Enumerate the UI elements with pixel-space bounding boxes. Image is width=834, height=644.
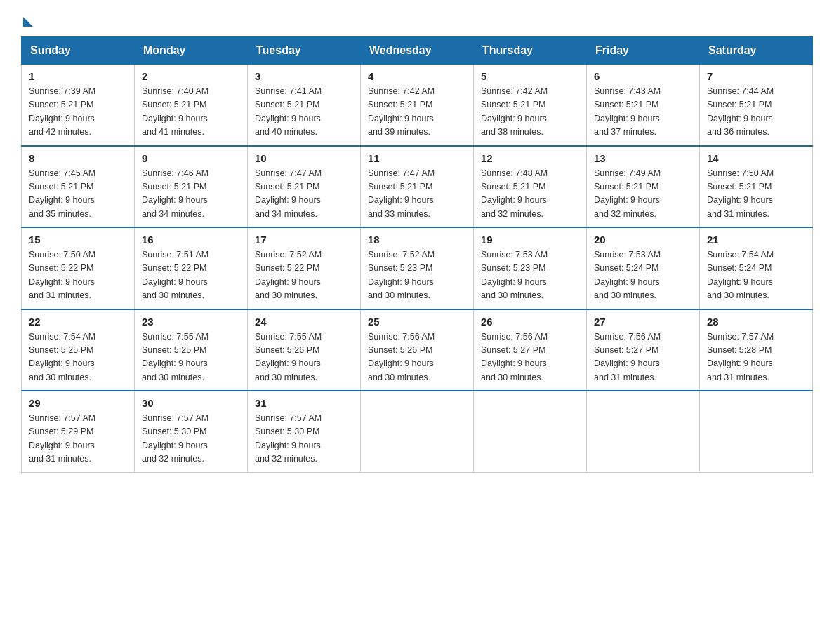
day-info: Sunrise: 7:55 AM Sunset: 5:26 PM Dayligh… [255,330,353,385]
calendar-cell: 6 Sunrise: 7:43 AM Sunset: 5:21 PM Dayli… [587,65,700,146]
header-row: SundayMondayTuesdayWednesdayThursdayFrid… [22,37,813,65]
day-info: Sunrise: 7:42 AM Sunset: 5:21 PM Dayligh… [481,85,579,140]
calendar-cell: 15 Sunrise: 7:50 AM Sunset: 5:22 PM Dayl… [22,227,135,309]
day-info: Sunrise: 7:55 AM Sunset: 5:25 PM Dayligh… [142,330,240,385]
day-info: Sunrise: 7:56 AM Sunset: 5:26 PM Dayligh… [368,330,466,385]
day-number: 3 [255,70,353,82]
day-number: 26 [481,316,579,328]
day-number: 2 [142,70,240,82]
week-row-1: 1 Sunrise: 7:39 AM Sunset: 5:21 PM Dayli… [22,65,813,146]
day-number: 16 [142,234,240,246]
day-number: 25 [368,316,466,328]
header-cell-saturday: Saturday [700,37,813,65]
header-cell-wednesday: Wednesday [361,37,474,65]
day-number: 6 [594,70,692,82]
day-number: 31 [255,397,353,409]
day-number: 24 [255,316,353,328]
calendar-cell: 23 Sunrise: 7:55 AM Sunset: 5:25 PM Dayl… [135,309,248,391]
calendar-cell: 13 Sunrise: 7:49 AM Sunset: 5:21 PM Dayl… [587,146,700,228]
day-info: Sunrise: 7:56 AM Sunset: 5:27 PM Dayligh… [481,330,579,385]
day-info: Sunrise: 7:45 AM Sunset: 5:21 PM Dayligh… [29,167,127,222]
calendar-cell: 11 Sunrise: 7:47 AM Sunset: 5:21 PM Dayl… [361,146,474,228]
day-number: 15 [29,234,127,246]
day-info: Sunrise: 7:44 AM Sunset: 5:21 PM Dayligh… [707,85,805,140]
calendar-cell: 31 Sunrise: 7:57 AM Sunset: 5:30 PM Dayl… [248,391,361,472]
day-info: Sunrise: 7:46 AM Sunset: 5:21 PM Dayligh… [142,167,240,222]
day-number: 20 [594,234,692,246]
header-cell-friday: Friday [587,37,700,65]
day-info: Sunrise: 7:39 AM Sunset: 5:21 PM Dayligh… [29,85,127,140]
calendar-cell: 10 Sunrise: 7:47 AM Sunset: 5:21 PM Dayl… [248,146,361,228]
day-info: Sunrise: 7:52 AM Sunset: 5:23 PM Dayligh… [368,248,466,303]
calendar-cell: 29 Sunrise: 7:57 AM Sunset: 5:29 PM Dayl… [22,391,135,472]
calendar-cell: 2 Sunrise: 7:40 AM Sunset: 5:21 PM Dayli… [135,65,248,146]
calendar-cell: 21 Sunrise: 7:54 AM Sunset: 5:24 PM Dayl… [700,227,813,309]
day-number: 4 [368,70,466,82]
day-number: 18 [368,234,466,246]
day-number: 13 [594,152,692,164]
calendar-cell [587,391,700,472]
day-info: Sunrise: 7:57 AM Sunset: 5:28 PM Dayligh… [707,330,805,385]
logo-arrow-icon [23,17,33,27]
day-info: Sunrise: 7:47 AM Sunset: 5:21 PM Dayligh… [255,167,353,222]
calendar-cell: 8 Sunrise: 7:45 AM Sunset: 5:21 PM Dayli… [22,146,135,228]
calendar-cell [361,391,474,472]
day-number: 10 [255,152,353,164]
week-row-2: 8 Sunrise: 7:45 AM Sunset: 5:21 PM Dayli… [22,146,813,228]
calendar-table: SundayMondayTuesdayWednesdayThursdayFrid… [21,36,813,473]
day-info: Sunrise: 7:53 AM Sunset: 5:23 PM Dayligh… [481,248,579,303]
calendar-cell: 16 Sunrise: 7:51 AM Sunset: 5:22 PM Dayl… [135,227,248,309]
day-info: Sunrise: 7:50 AM Sunset: 5:22 PM Dayligh… [29,248,127,303]
page-header [21,14,813,24]
day-number: 30 [142,397,240,409]
day-info: Sunrise: 7:53 AM Sunset: 5:24 PM Dayligh… [594,248,692,303]
calendar-cell: 3 Sunrise: 7:41 AM Sunset: 5:21 PM Dayli… [248,65,361,146]
day-info: Sunrise: 7:57 AM Sunset: 5:30 PM Dayligh… [255,412,353,467]
calendar-cell: 4 Sunrise: 7:42 AM Sunset: 5:21 PM Dayli… [361,65,474,146]
day-number: 12 [481,152,579,164]
calendar-cell: 5 Sunrise: 7:42 AM Sunset: 5:21 PM Dayli… [474,65,587,146]
day-info: Sunrise: 7:40 AM Sunset: 5:21 PM Dayligh… [142,85,240,140]
calendar-cell: 22 Sunrise: 7:54 AM Sunset: 5:25 PM Dayl… [22,309,135,391]
day-number: 21 [707,234,805,246]
calendar-cell: 14 Sunrise: 7:50 AM Sunset: 5:21 PM Dayl… [700,146,813,228]
calendar-cell: 20 Sunrise: 7:53 AM Sunset: 5:24 PM Dayl… [587,227,700,309]
week-row-4: 22 Sunrise: 7:54 AM Sunset: 5:25 PM Dayl… [22,309,813,391]
day-number: 19 [481,234,579,246]
week-row-5: 29 Sunrise: 7:57 AM Sunset: 5:29 PM Dayl… [22,391,813,472]
day-info: Sunrise: 7:48 AM Sunset: 5:21 PM Dayligh… [481,167,579,222]
calendar-cell [700,391,813,472]
calendar-cell: 25 Sunrise: 7:56 AM Sunset: 5:26 PM Dayl… [361,309,474,391]
calendar-cell: 28 Sunrise: 7:57 AM Sunset: 5:28 PM Dayl… [700,309,813,391]
day-info: Sunrise: 7:42 AM Sunset: 5:21 PM Dayligh… [368,85,466,140]
day-number: 7 [707,70,805,82]
day-number: 27 [594,316,692,328]
day-info: Sunrise: 7:43 AM Sunset: 5:21 PM Dayligh… [594,85,692,140]
calendar-cell: 1 Sunrise: 7:39 AM Sunset: 5:21 PM Dayli… [22,65,135,146]
header-cell-thursday: Thursday [474,37,587,65]
calendar-cell: 12 Sunrise: 7:48 AM Sunset: 5:21 PM Dayl… [474,146,587,228]
header-cell-monday: Monday [135,37,248,65]
day-number: 14 [707,152,805,164]
day-number: 22 [29,316,127,328]
day-number: 9 [142,152,240,164]
day-info: Sunrise: 7:50 AM Sunset: 5:21 PM Dayligh… [707,167,805,222]
day-number: 23 [142,316,240,328]
calendar-cell: 24 Sunrise: 7:55 AM Sunset: 5:26 PM Dayl… [248,309,361,391]
day-info: Sunrise: 7:57 AM Sunset: 5:29 PM Dayligh… [29,412,127,467]
day-info: Sunrise: 7:41 AM Sunset: 5:21 PM Dayligh… [255,85,353,140]
calendar-cell: 18 Sunrise: 7:52 AM Sunset: 5:23 PM Dayl… [361,227,474,309]
calendar-cell: 19 Sunrise: 7:53 AM Sunset: 5:23 PM Dayl… [474,227,587,309]
calendar-cell [474,391,587,472]
calendar-cell: 7 Sunrise: 7:44 AM Sunset: 5:21 PM Dayli… [700,65,813,146]
day-number: 1 [29,70,127,82]
day-info: Sunrise: 7:49 AM Sunset: 5:21 PM Dayligh… [594,167,692,222]
calendar-cell: 9 Sunrise: 7:46 AM Sunset: 5:21 PM Dayli… [135,146,248,228]
logo-general [21,14,33,27]
day-info: Sunrise: 7:52 AM Sunset: 5:22 PM Dayligh… [255,248,353,303]
day-number: 8 [29,152,127,164]
day-info: Sunrise: 7:47 AM Sunset: 5:21 PM Dayligh… [368,167,466,222]
header-cell-sunday: Sunday [22,37,135,65]
day-number: 17 [255,234,353,246]
day-info: Sunrise: 7:56 AM Sunset: 5:27 PM Dayligh… [594,330,692,385]
